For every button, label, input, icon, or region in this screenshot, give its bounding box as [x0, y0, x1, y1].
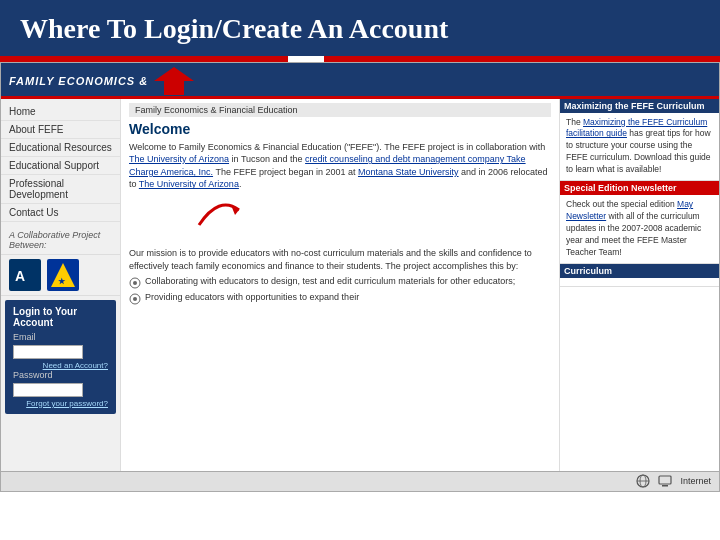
- maximizing-link[interactable]: Maximizing the FEFE Curriculum facilitat…: [566, 117, 707, 139]
- site-logo-text: FAMILY ECONOMICS &: [9, 75, 148, 87]
- ua2-link[interactable]: The University of Arizona: [139, 179, 239, 189]
- newsletter-link[interactable]: May Newsletter: [566, 199, 693, 221]
- sidebar-item-pro-dev[interactable]: Professional Development: [1, 175, 120, 204]
- site-topbar: FAMILY ECONOMICS &: [1, 63, 719, 99]
- login-email-label: Email: [13, 332, 36, 342]
- forgot-password-link[interactable]: Forgot your password?: [26, 399, 108, 408]
- page-title: Where to login/Create an account: [20, 12, 700, 46]
- ua-link[interactable]: The University of Arizona: [129, 154, 229, 164]
- bullet-icon-1: [129, 277, 141, 289]
- bullet-icon-2: [129, 293, 141, 305]
- svg-rect-15: [662, 485, 668, 487]
- bullet-text-2: Providing educators with opportunities t…: [145, 292, 359, 302]
- site-sidebar: Home About FEFE Educational Resources Ed…: [1, 99, 121, 471]
- svg-marker-6: [231, 205, 239, 215]
- bullet-item-1: Collaborating with educators to design, …: [129, 276, 551, 289]
- status-text: Internet: [680, 476, 711, 486]
- login-password-label: Password: [13, 370, 53, 380]
- svg-point-10: [133, 297, 137, 301]
- bullet-item-2: Providing educators with opportunities t…: [129, 292, 551, 305]
- sidebar-nav: Home About FEFE Educational Resources Ed…: [1, 99, 120, 226]
- status-bar: Internet: [1, 471, 719, 491]
- sidebar-item-edu-resources[interactable]: Educational Resources: [1, 139, 120, 157]
- right-box-maximizing-text: The Maximizing the FEFE Curriculum facil…: [566, 117, 713, 176]
- right-box-maximizing-title: Maximizing the FEFE Curriculum: [560, 99, 719, 113]
- login-email-input[interactable]: [13, 345, 83, 359]
- sidebar-logos: A ★: [1, 255, 120, 296]
- svg-marker-0: [154, 67, 194, 95]
- site-body: Home About FEFE Educational Resources Ed…: [1, 99, 719, 471]
- login-box-title: Login to Your Account: [13, 306, 108, 328]
- right-box-maximizing: Maximizing the FEFE Curriculum The Maxim…: [560, 99, 719, 181]
- content-wrapper: Family Economics & Financial Education W…: [121, 99, 719, 471]
- login-password-row: Password: [13, 370, 108, 380]
- page-header: Where to login/Create an account: [0, 0, 720, 62]
- sidebar-item-about[interactable]: About FEFE: [1, 121, 120, 139]
- bullet-text-1: Collaborating with educators to design, …: [145, 276, 515, 286]
- tca-logo: ★: [47, 259, 79, 291]
- site-main: Family Economics & Financial Education W…: [121, 99, 559, 471]
- right-box-newsletter-text: Check out the special edition May Newsle…: [566, 199, 713, 258]
- right-box-curriculum-title: Curriculum: [560, 264, 719, 278]
- site-right-panel: Maximizing the FEFE Curriculum The Maxim…: [559, 99, 719, 471]
- sidebar-item-contact[interactable]: Contact Us: [1, 204, 120, 222]
- login-password-input[interactable]: [13, 383, 83, 397]
- red-arrow: [189, 185, 249, 235]
- right-box-newsletter-title: Special Edition Newsletter: [560, 181, 719, 195]
- computer-icon: [658, 474, 672, 488]
- sidebar-item-home[interactable]: Home: [1, 103, 120, 121]
- svg-rect-14: [659, 476, 671, 484]
- need-account-link[interactable]: Need an Account?: [43, 361, 108, 370]
- site-logo-graphic: [154, 67, 194, 95]
- mission-text: Our mission is to provide educators with…: [129, 247, 551, 272]
- breadcrumb: Family Economics & Financial Education: [129, 103, 551, 117]
- login-email-row: Email: [13, 332, 108, 342]
- right-box-newsletter: Special Edition Newsletter Check out the…: [560, 181, 719, 263]
- welcome-heading: Welcome: [129, 121, 551, 137]
- svg-text:★: ★: [58, 277, 66, 286]
- welcome-text: Welcome to Family Economics & Financial …: [129, 141, 551, 191]
- ua-logo: A: [9, 259, 41, 291]
- svg-text:A: A: [15, 268, 25, 284]
- login-box: Login to Your Account Email Need an Acco…: [5, 300, 116, 414]
- right-box-curriculum: Curriculum: [560, 264, 719, 287]
- website-screenshot: FAMILY ECONOMICS & Home About FEFE Educa…: [0, 62, 720, 492]
- svg-point-8: [133, 281, 137, 285]
- bullet-list: Collaborating with educators to design, …: [129, 276, 551, 305]
- sidebar-collab-text: A Collaborative Project Between:: [1, 226, 120, 255]
- sidebar-item-edu-support[interactable]: Educational Support: [1, 157, 120, 175]
- globe-icon: [636, 474, 650, 488]
- msu-link[interactable]: Montana State University: [358, 167, 459, 177]
